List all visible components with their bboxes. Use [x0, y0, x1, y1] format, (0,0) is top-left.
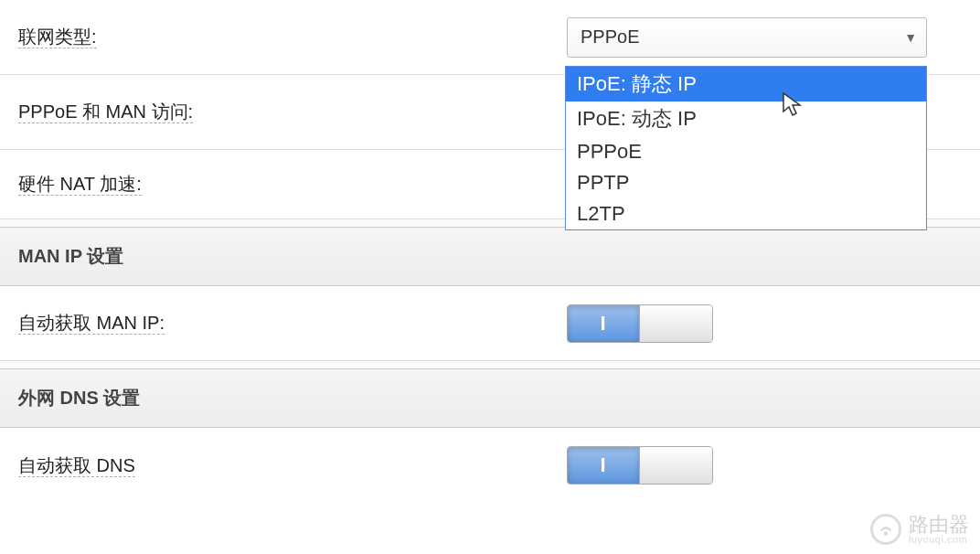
toggle-auto-man-ip[interactable]: I [567, 304, 713, 343]
section-title: 外网 DNS 设置 [18, 388, 140, 408]
spacer [0, 361, 980, 368]
connection-type-dropdown[interactable]: IPoE: 静态 IP IPoE: 动态 IP PPPoE PPTP L2TP [565, 66, 927, 230]
control-connection-type: PPPoE ▼ [567, 17, 962, 58]
label-pppoe-man: PPPoE 和 MAN 访问: [18, 78, 567, 146]
watermark-text: 路由器 luyouqi.com [909, 515, 969, 545]
section-wan-dns: 外网 DNS 设置 [0, 368, 980, 428]
row-connection-type: 联网类型: PPPoE ▼ [0, 0, 980, 75]
watermark: 路由器 luyouqi.com [870, 514, 969, 545]
row-auto-man-ip: 自动获取 MAN IP: I [0, 286, 980, 361]
watermark-sub: luyouqi.com [909, 535, 969, 545]
dropdown-option[interactable]: IPoE: 静态 IP [566, 67, 926, 101]
watermark-title: 路由器 [909, 513, 969, 536]
dropdown-option[interactable]: L2TP [566, 198, 926, 229]
control-auto-man-ip: I [567, 304, 962, 343]
label-text: 自动获取 DNS [18, 455, 135, 477]
connection-type-select-wrap: PPPoE ▼ [567, 17, 927, 58]
label-connection-type: 联网类型: [18, 3, 567, 71]
label-auto-dns: 自动获取 DNS [18, 431, 567, 500]
toggle-on-side: I [568, 447, 640, 484]
select-value: PPPoE [581, 27, 639, 48]
toggle-off-side [640, 447, 712, 484]
chevron-down-icon: ▼ [904, 30, 917, 45]
section-title: MAN IP 设置 [18, 246, 123, 266]
toggle-on-glyph: I [600, 312, 606, 336]
toggle-off-side [640, 305, 712, 342]
toggle-on-side: I [568, 305, 640, 342]
label-text: 自动获取 MAN IP: [18, 313, 165, 335]
dropdown-option[interactable]: PPTP [566, 167, 926, 198]
row-auto-dns: 自动获取 DNS I [0, 428, 980, 503]
section-man-ip: MAN IP 设置 [0, 227, 980, 286]
label-hw-nat: 硬件 NAT 加速: [18, 150, 567, 218]
connection-type-select[interactable]: PPPoE ▼ [567, 17, 927, 58]
label-text: 联网类型: [18, 27, 97, 48]
control-auto-dns: I [567, 446, 962, 485]
router-icon [870, 514, 901, 545]
toggle-on-glyph: I [600, 453, 606, 477]
dropdown-option[interactable]: PPPoE [566, 136, 926, 167]
toggle-auto-dns[interactable]: I [567, 446, 713, 485]
dropdown-option[interactable]: IPoE: 动态 IP [566, 101, 926, 136]
label-text: 硬件 NAT 加速: [18, 174, 142, 196]
label-auto-man-ip: 自动获取 MAN IP: [18, 289, 567, 357]
label-text: PPPoE 和 MAN 访问: [18, 101, 193, 123]
